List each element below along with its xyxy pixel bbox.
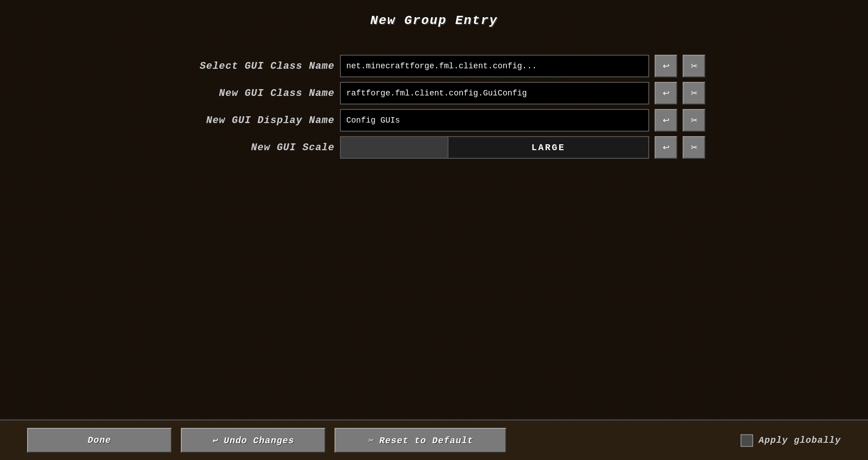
new-gui-display-undo-button[interactable]: ↩ [655,109,677,132]
scissors-icon: ✂ [691,88,698,98]
apply-globally-checkbox[interactable] [741,434,753,447]
new-gui-display-scissors-button[interactable]: ✂ [683,109,705,132]
new-gui-scale-label: New GUI Scale [163,142,335,153]
new-gui-class-scissors-button[interactable]: ✂ [683,82,705,104]
new-gui-class-row: New GUI Class Name ↩ ✂ [163,82,705,104]
new-gui-scale-scissors-button[interactable]: ✂ [683,136,705,159]
undo-icon: ↩ [663,61,670,71]
scissors-icon: ✂ [691,115,698,125]
new-gui-scale-row: New GUI Scale LARGE ↩ ✂ [163,136,705,159]
undo-icon: ↩ [663,88,670,98]
scale-slider[interactable] [341,137,448,158]
scale-value: LARGE [448,137,648,158]
done-button[interactable]: Done [27,428,172,453]
scissors-icon: ✂ [691,142,698,152]
select-gui-class-row: Select GUI Class Name ↩ ✂ [163,55,705,77]
select-gui-class-scissors-button[interactable]: ✂ [683,55,705,77]
undo-icon: ↩ [663,115,670,125]
apply-globally-label: Apply globally [759,435,841,446]
page-title: New Group Entry [370,14,498,28]
new-gui-class-label: New GUI Class Name [163,88,335,99]
new-gui-display-input[interactable] [340,109,649,132]
scale-input-container: LARGE [340,136,649,159]
new-gui-display-label: New GUI Display Name [163,115,335,126]
select-gui-class-input[interactable] [340,55,649,77]
select-gui-class-undo-button[interactable]: ↩ [655,55,677,77]
new-gui-display-row: New GUI Display Name ↩ ✂ [163,109,705,132]
select-gui-class-label: Select GUI Class Name [163,61,335,72]
new-gui-class-undo-button[interactable]: ↩ [655,82,677,104]
reset-to-default-button[interactable]: ✂ Reset to Default [335,428,506,453]
bottom-bar: Done ↩ Undo Changes ✂ Reset to Default A… [0,419,868,460]
undo-icon: ↩ [663,142,670,152]
new-gui-scale-undo-button[interactable]: ↩ [655,136,677,159]
apply-globally-container: Apply globally [741,434,841,447]
undo-changes-button[interactable]: ↩ Undo Changes [181,428,326,453]
form-container: Select GUI Class Name ↩ ✂ New GUI Class … [163,55,705,159]
scissors-icon: ✂ [691,61,698,71]
new-gui-class-input[interactable] [340,82,649,104]
